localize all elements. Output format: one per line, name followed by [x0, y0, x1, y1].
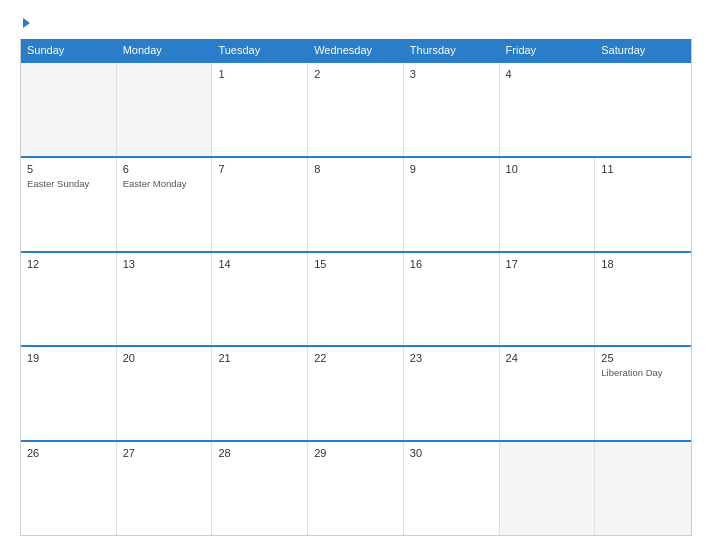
day-event: Easter Sunday	[27, 178, 110, 190]
day-number: 29	[314, 447, 397, 459]
day-event: Liberation Day	[601, 367, 685, 379]
day-header-thursday: Thursday	[404, 39, 500, 61]
logo-triangle-icon	[23, 18, 30, 28]
day-cell: 19	[21, 347, 117, 440]
day-cell: 12	[21, 253, 117, 346]
day-number: 13	[123, 258, 206, 270]
day-number: 28	[218, 447, 301, 459]
day-cell: 25Liberation Day	[595, 347, 691, 440]
day-headers-row: SundayMondayTuesdayWednesdayThursdayFrid…	[21, 39, 691, 61]
day-cell: 1	[212, 63, 308, 156]
day-number: 2	[314, 68, 397, 80]
header	[20, 18, 692, 29]
day-cell: 16	[404, 253, 500, 346]
day-number: 3	[410, 68, 493, 80]
day-cell	[21, 63, 117, 156]
day-header-saturday: Saturday	[595, 39, 691, 61]
day-number: 11	[601, 163, 685, 175]
day-event: Easter Monday	[123, 178, 206, 190]
weeks-container: 12345Easter Sunday6Easter Monday78910111…	[21, 61, 691, 535]
day-number: 8	[314, 163, 397, 175]
day-number: 4	[506, 68, 590, 80]
day-header-friday: Friday	[500, 39, 596, 61]
day-number: 18	[601, 258, 685, 270]
day-header-tuesday: Tuesday	[212, 39, 308, 61]
day-cell: 3	[404, 63, 500, 156]
day-cell	[595, 442, 691, 535]
day-number: 15	[314, 258, 397, 270]
day-cell: 27	[117, 442, 213, 535]
day-number: 5	[27, 163, 110, 175]
day-header-sunday: Sunday	[21, 39, 117, 61]
logo-blue-text	[20, 18, 30, 29]
week-row-2: 5Easter Sunday6Easter Monday7891011	[21, 156, 691, 251]
day-number: 6	[123, 163, 206, 175]
day-cell: 10	[500, 158, 596, 251]
day-cell	[500, 442, 596, 535]
day-header-monday: Monday	[117, 39, 213, 61]
day-cell: 20	[117, 347, 213, 440]
day-cell: 22	[308, 347, 404, 440]
day-cell: 26	[21, 442, 117, 535]
day-cell	[117, 63, 213, 156]
day-number: 26	[27, 447, 110, 459]
day-cell: 6Easter Monday	[117, 158, 213, 251]
day-number: 1	[218, 68, 301, 80]
calendar-page: SundayMondayTuesdayWednesdayThursdayFrid…	[0, 0, 712, 550]
day-cell: 11	[595, 158, 691, 251]
day-cell: 18	[595, 253, 691, 346]
day-cell: 14	[212, 253, 308, 346]
day-cell: 29	[308, 442, 404, 535]
day-number: 21	[218, 352, 301, 364]
week-row-1: 1234	[21, 61, 691, 156]
day-cell: 2	[308, 63, 404, 156]
day-number: 19	[27, 352, 110, 364]
day-cell: 15	[308, 253, 404, 346]
day-cell: 21	[212, 347, 308, 440]
day-header-wednesday: Wednesday	[308, 39, 404, 61]
day-cell: 23	[404, 347, 500, 440]
week-row-3: 12131415161718	[21, 251, 691, 346]
day-number: 17	[506, 258, 589, 270]
day-number: 24	[506, 352, 589, 364]
day-number: 16	[410, 258, 493, 270]
day-number: 10	[506, 163, 589, 175]
day-cell: 24	[500, 347, 596, 440]
day-cell: 4	[500, 63, 596, 156]
day-number: 27	[123, 447, 206, 459]
day-cell: 13	[117, 253, 213, 346]
week-row-4: 19202122232425Liberation Day	[21, 345, 691, 440]
day-number: 30	[410, 447, 493, 459]
day-cell: 5Easter Sunday	[21, 158, 117, 251]
day-number: 20	[123, 352, 206, 364]
day-cell: 9	[404, 158, 500, 251]
day-number: 9	[410, 163, 493, 175]
calendar-grid: SundayMondayTuesdayWednesdayThursdayFrid…	[20, 39, 692, 536]
day-cell: 7	[212, 158, 308, 251]
logo	[20, 18, 30, 29]
day-cell: 8	[308, 158, 404, 251]
week-row-5: 2627282930	[21, 440, 691, 535]
day-number: 23	[410, 352, 493, 364]
day-number: 22	[314, 352, 397, 364]
day-cell: 17	[500, 253, 596, 346]
day-number: 14	[218, 258, 301, 270]
day-cell: 30	[404, 442, 500, 535]
day-number: 7	[218, 163, 301, 175]
day-number: 12	[27, 258, 110, 270]
day-cell: 28	[212, 442, 308, 535]
day-number: 25	[601, 352, 685, 364]
